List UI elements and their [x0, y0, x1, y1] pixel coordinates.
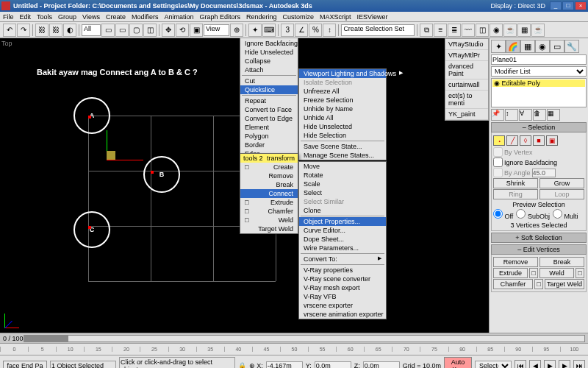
subobj-element[interactable]: ▣	[546, 135, 558, 146]
menu-weld[interactable]: □Weld	[240, 216, 298, 224]
preview-off-radio[interactable]	[493, 209, 503, 219]
lock-icon[interactable]: 🔒	[238, 362, 246, 369]
menu-collapse[interactable]: Collapse	[240, 57, 298, 66]
timeline-ruler[interactable]: 0510152025303540455055606570758085909510…	[0, 343, 588, 355]
select-button[interactable]: ▭	[101, 24, 115, 37]
material-dvanced paint[interactable]: dvanced Paint	[445, 61, 488, 79]
menu-select[interactable]: Select	[299, 188, 386, 197]
move-button[interactable]: ✥	[162, 24, 175, 37]
align-button[interactable]: ≡	[434, 24, 447, 37]
next-frame-button[interactable]: ▶	[559, 360, 570, 369]
angle-spinner[interactable]	[532, 169, 556, 177]
pin-stack-button[interactable]: 📌	[491, 109, 504, 121]
preview-multi-radio[interactable]	[553, 209, 562, 219]
menu-manage-scene-states[interactable]: Manage Scene States...	[299, 151, 386, 160]
angle-snap-button[interactable]: ∠	[295, 24, 308, 37]
menu-remove[interactable]: Remove	[240, 171, 298, 180]
modifier-stack[interactable]: ◉ Editable Poly	[491, 78, 587, 107]
menu-scale[interactable]: Scale	[299, 180, 386, 188]
modifier-list[interactable]: Modifier List	[491, 66, 587, 77]
mirror-button[interactable]: ⧉	[420, 24, 433, 37]
remove-button[interactable]: Remove	[493, 257, 538, 267]
menu-hide-selection[interactable]: Hide Selection	[299, 131, 386, 140]
menu-rendering[interactable]: Rendering	[246, 13, 277, 21]
autokey-button[interactable]: Auto Key	[444, 357, 472, 369]
menu-vray-mesh-export[interactable]: V-Ray mesh export	[299, 283, 386, 292]
break-button[interactable]: Break	[539, 257, 584, 267]
remove-modifier-button[interactable]: 🗑	[533, 109, 546, 121]
ignore-backfacing-checkbox[interactable]	[493, 158, 503, 167]
key-mode-select[interactable]: Selected	[475, 361, 512, 369]
vertex[interactable]	[88, 226, 91, 229]
chamfer-settings[interactable]: □	[534, 279, 543, 289]
menu-animation[interactable]: Animation	[164, 13, 193, 21]
menu-border[interactable]: Border	[240, 141, 298, 149]
menu-rotate[interactable]: Rotate	[299, 171, 386, 180]
named-selection-set[interactable]: Create Selection Set	[341, 24, 415, 36]
selection-filter[interactable]: All	[82, 24, 101, 36]
menu-unhide-name[interactable]: Unhide by Name	[299, 105, 386, 113]
redo-button[interactable]: ↷	[17, 24, 30, 37]
menu-create[interactable]: □Create	[240, 163, 298, 171]
menu-extrude[interactable]: □Extrude	[240, 198, 298, 207]
menu-graph-editors[interactable]: Graph Editors	[199, 13, 240, 21]
menu-group[interactable]: Group	[58, 13, 76, 21]
window-crossing-button[interactable]: ◫	[143, 24, 157, 37]
material-ect(s) to menti[interactable]: ect(s) to menti	[445, 91, 488, 109]
keyboard-button[interactable]: ⌨	[262, 24, 276, 37]
grow-button[interactable]: Grow	[539, 178, 584, 188]
material-yk_paint[interactable]: YK_paint	[445, 109, 488, 120]
menu-file[interactable]: File	[3, 13, 14, 21]
undo-button[interactable]: ↶	[3, 24, 16, 37]
menu-maxscript[interactable]: MAXScript	[320, 13, 351, 21]
menu-clone[interactable]: Clone	[299, 206, 386, 215]
menu-polygon[interactable]: Polygon	[240, 132, 298, 141]
subobj-vertex[interactable]: ⬩	[493, 135, 505, 146]
prev-frame-button[interactable]: ◀	[529, 360, 541, 369]
rollout-selection[interactable]: – Selection	[491, 122, 587, 132]
pivot-button[interactable]: ⊕	[230, 24, 243, 37]
ring-button[interactable]: Ring	[493, 189, 538, 199]
target-weld-button[interactable]: Target Weld	[545, 279, 584, 289]
menu-connect[interactable]: Connect	[240, 189, 298, 198]
shrink-button[interactable]: Shrink	[493, 178, 538, 188]
ref-coord-dropdown[interactable]: View	[204, 24, 229, 36]
menu-vray-props[interactable]: V-Ray properties	[299, 266, 386, 275]
tab-display[interactable]: ▭	[550, 40, 564, 53]
tab-modify[interactable]: 🌈	[506, 40, 520, 53]
x-coord-input[interactable]	[266, 361, 303, 369]
menu-viewport-lighting[interactable]: Viewport Lighting and Shadows	[299, 69, 386, 78]
viewport[interactable]: Top Bakit ayaw mag Connect ang A to B & …	[0, 38, 489, 333]
menu-cut[interactable]: Cut	[240, 77, 298, 85]
menu-iesviewer[interactable]: IESViewer	[357, 13, 388, 21]
menu-vray-scene-conv[interactable]: V-Ray scene converter	[299, 275, 386, 283]
menu-quickslice[interactable]: Quickslice	[240, 85, 298, 94]
menu-hide-unselected[interactable]: Hide Unselected	[299, 122, 386, 131]
show-end-result-button[interactable]: ↕	[505, 109, 518, 121]
make-unique-button[interactable]: ∀	[519, 109, 532, 121]
loop-button[interactable]: Loop	[539, 189, 584, 199]
tab-hierarchy[interactable]: ▦	[520, 40, 535, 53]
preview-subobj-radio[interactable]	[516, 209, 526, 219]
menu-ignore-backfacing[interactable]: Ignore Backfacing	[240, 39, 298, 48]
subobj-polygon[interactable]: ■	[533, 135, 545, 146]
object-name-input[interactable]	[491, 54, 587, 65]
time-slider[interactable]	[24, 335, 585, 342]
unlink-button[interactable]: ⛓	[49, 24, 62, 37]
percent-snap-button[interactable]: %	[309, 24, 322, 37]
goto-end-button[interactable]: ⏭	[573, 360, 585, 369]
select-name-button[interactable]: ▭	[115, 24, 129, 37]
tab-create[interactable]: ✦	[491, 40, 506, 53]
menu-target-weld[interactable]: Target Weld	[240, 224, 298, 233]
menu-element[interactable]: Element	[240, 123, 298, 132]
extrude-button[interactable]: Extrude	[493, 268, 528, 278]
material-curtainwall[interactable]: curtainwall	[445, 79, 488, 91]
layers-button[interactable]: ≣	[448, 24, 461, 37]
menu-move[interactable]: Move	[299, 162, 386, 171]
menu-curve-editor[interactable]: Curve Editor...	[299, 226, 386, 235]
bind-button[interactable]: ◐	[63, 24, 76, 37]
close-button[interactable]: ×	[575, 1, 587, 10]
menu-isolate[interactable]: Isolate Selection	[299, 78, 386, 87]
menu-attach[interactable]: Attach	[240, 66, 298, 74]
menu-object-properties[interactable]: Object Properties...	[299, 217, 386, 226]
